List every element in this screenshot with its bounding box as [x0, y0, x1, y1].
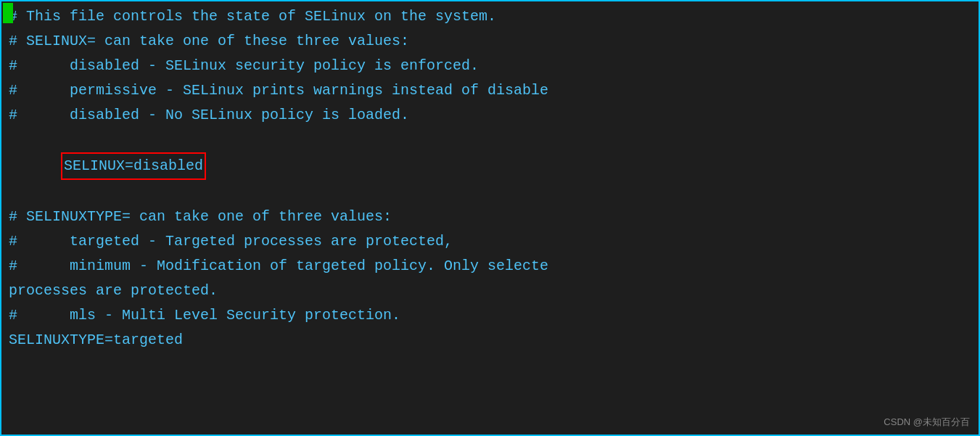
code-line-3: # disabled - SELinux security policy is … [9, 54, 971, 78]
cursor-indicator [3, 3, 13, 23]
code-line-10: processes are protected. [9, 279, 971, 303]
code-line-4: # permissive - SELinux prints warnings i… [9, 78, 971, 103]
code-line-8: # targeted - Targeted processes are prot… [9, 229, 971, 254]
code-line-11: # mls - Multi Level Security protection. [9, 303, 971, 328]
editor-window: # This file controls the state of SELinu… [0, 0, 980, 436]
code-line-12: SELINUXTYPE=targeted [9, 328, 971, 353]
code-content: # This file controls the state of SELinu… [1, 1, 979, 355]
code-line-5: # disabled - No SELinux policy is loaded… [9, 103, 971, 128]
code-line-9: # minimum - Modification of targeted pol… [9, 254, 971, 279]
watermark-text: CSDN @未知百分百 [884, 416, 970, 429]
code-line-6: SELINUX=disabled [9, 128, 971, 205]
code-line-7: # SELINUXTYPE= can take one of three val… [9, 205, 971, 229]
code-line-2: # SELINUX= can take one of these three v… [9, 29, 971, 54]
highlighted-value: SELINUX=disabled [61, 152, 206, 180]
code-line-1: # This file controls the state of SELinu… [9, 4, 971, 29]
